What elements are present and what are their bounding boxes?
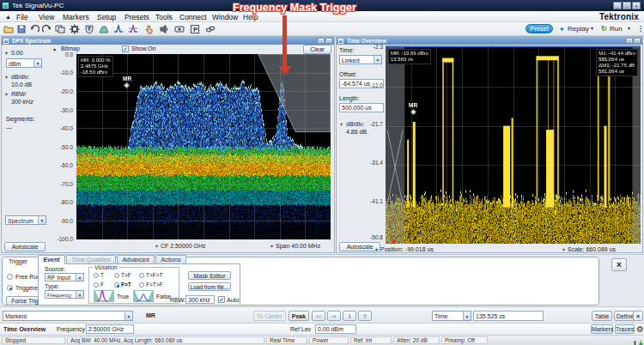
display-capture-icon[interactable] bbox=[173, 23, 185, 35]
undo-icon[interactable] bbox=[28, 23, 40, 35]
rbw-auto-checkbox[interactable]: ✓ bbox=[218, 296, 225, 303]
to-center-button[interactable]: To Center bbox=[253, 311, 286, 321]
save-icon[interactable] bbox=[15, 23, 27, 35]
minimize-button[interactable]: _ bbox=[613, 2, 622, 9]
violation-ftf-radio[interactable] bbox=[139, 282, 144, 288]
time-length-field[interactable]: 500.000 us bbox=[339, 103, 384, 112]
violation-f-radio[interactable] bbox=[94, 282, 99, 288]
violation-f-label[interactable]: F bbox=[100, 281, 104, 288]
dpx-autoscale-button[interactable]: Autoscale bbox=[4, 242, 46, 251]
waveform-icon[interactable] bbox=[112, 23, 125, 35]
dpx-show-state[interactable]: On bbox=[148, 45, 155, 51]
marker-time-field[interactable]: 135.525 zs bbox=[473, 311, 544, 321]
time-maximize-button[interactable]: □ bbox=[634, 38, 641, 44]
dpx-maximize-button[interactable]: □ bbox=[325, 38, 332, 44]
menu-view[interactable]: View bbox=[36, 12, 57, 22]
menu-connect[interactable]: Connect bbox=[177, 12, 210, 22]
time-restore-button[interactable]: □ bbox=[626, 38, 633, 44]
maximize-button[interactable]: □ bbox=[623, 2, 631, 9]
menu-tools[interactable]: Tools bbox=[153, 12, 175, 22]
dpx-chart[interactable]: MR: 0.000 % 2.4875 GHz -18.50 dBm MR bbox=[76, 54, 331, 239]
displays-icon[interactable] bbox=[54, 23, 66, 35]
time-linked-select[interactable]: Linked ▾ bbox=[339, 55, 382, 64]
type-dropdown-icon[interactable]: ▾ bbox=[76, 291, 83, 298]
peak-left-button[interactable]: ⇦ bbox=[312, 311, 325, 321]
peak-higher-button[interactable]: ⇧ bbox=[358, 311, 372, 321]
frequency-field[interactable]: 2.50000 GHz bbox=[86, 324, 134, 334]
peak-button[interactable]: Peak bbox=[289, 311, 309, 321]
touch-icon[interactable] bbox=[143, 23, 155, 35]
mask-editor-button[interactable]: Mask Editor bbox=[188, 271, 231, 280]
link-icon[interactable] bbox=[204, 23, 216, 35]
violation-tft-radio[interactable] bbox=[139, 273, 144, 278]
tab-event[interactable]: Event bbox=[38, 255, 65, 264]
tab-actions[interactable]: Actions bbox=[155, 255, 186, 263]
markers-dropdown-icon[interactable]: ▾ bbox=[125, 312, 132, 320]
source-dropdown-icon[interactable]: ▾ bbox=[76, 274, 83, 281]
marker-table-button[interactable]: Table bbox=[592, 311, 612, 321]
ref-lev-field[interactable]: 0.00 dBm bbox=[315, 324, 356, 334]
redo-icon[interactable] bbox=[41, 23, 53, 35]
free-run-radio[interactable] bbox=[7, 274, 13, 280]
violation-tf-label[interactable]: T>F bbox=[121, 272, 131, 278]
time-dbdiv-value[interactable]: 4.86 dB bbox=[346, 129, 367, 135]
tab-time-qualified[interactable]: Time Qualified bbox=[66, 255, 116, 263]
type-select[interactable]: Frequency Mask ▾ bbox=[45, 290, 84, 299]
settings-gear-icon[interactable] bbox=[69, 23, 81, 35]
menu-presets[interactable]: Presets bbox=[122, 12, 152, 22]
violation-t-radio[interactable] bbox=[94, 273, 99, 278]
violation-tft-label[interactable]: T>F>T bbox=[146, 272, 163, 278]
free-run-label[interactable]: Free Run bbox=[15, 274, 40, 280]
dpx-bitmap-mode[interactable]: Bitmap bbox=[61, 45, 80, 51]
close-button[interactable]: × bbox=[632, 2, 641, 9]
marker-readout-dropdown-icon[interactable]: ▾ bbox=[463, 312, 471, 320]
dpx-unit-select[interactable]: dBm ▾ bbox=[6, 58, 42, 68]
violation-ft-label[interactable]: F>T bbox=[121, 281, 131, 288]
dpx-show-checkbox[interactable]: ✓ bbox=[122, 45, 129, 52]
markers-select[interactable]: Markers ▾ bbox=[3, 311, 133, 321]
dpx-unit-dropdown-icon[interactable]: ▾ bbox=[33, 59, 41, 67]
waveform-overlay-icon[interactable] bbox=[127, 23, 139, 35]
time-linked-dropdown-icon[interactable]: ▾ bbox=[374, 56, 381, 64]
dpx-rbw-value[interactable]: 300 kHz bbox=[11, 99, 33, 105]
speaker-icon[interactable] bbox=[158, 23, 170, 35]
menu-setup[interactable]: Setup bbox=[94, 12, 118, 22]
menu-file[interactable]: File bbox=[14, 12, 31, 22]
peak-right-button[interactable]: ⇨ bbox=[327, 311, 341, 321]
preset-p-icon[interactable]: P bbox=[189, 23, 201, 35]
mask-icon[interactable] bbox=[98, 23, 110, 35]
trigger-shield-icon[interactable] bbox=[83, 23, 95, 35]
time-chart[interactable]: MR: -19.69 dBm 13.563 zs M1: -41.44 dBm … bbox=[386, 45, 641, 244]
tab-advanced[interactable]: Advanced bbox=[117, 255, 155, 263]
marker-readout-mode-select[interactable]: Time ▾ bbox=[432, 311, 471, 321]
menu-markers[interactable]: Markers bbox=[60, 12, 92, 22]
dpx-trace-select[interactable]: Spectrum ▾ bbox=[5, 215, 46, 225]
settings-gear2-icon[interactable]: ⚙ bbox=[636, 324, 644, 334]
markers-close-button[interactable]: × bbox=[633, 311, 643, 321]
trigger-rbw-field[interactable]: 300 kHz bbox=[185, 295, 215, 304]
preset-button[interactable]: Preset bbox=[526, 24, 553, 33]
violation-tf-radio[interactable] bbox=[114, 273, 119, 278]
source-select[interactable]: RF Input ▾ bbox=[45, 273, 84, 281]
app-menu-icon[interactable]: ▲ bbox=[3, 13, 14, 21]
more-menu-icon[interactable]: ⋮ bbox=[637, 25, 644, 33]
dpx-clear-button[interactable]: Clear bbox=[303, 45, 331, 54]
open-folder-icon[interactable] bbox=[3, 23, 15, 35]
trigger-panel-close-button[interactable]: × bbox=[611, 258, 627, 271]
run-button[interactable]: Run bbox=[610, 25, 623, 33]
run-dropdown-icon[interactable]: ▾ bbox=[628, 25, 630, 31]
replay-dropdown-icon[interactable]: ▾ bbox=[591, 25, 593, 31]
triggered-radio[interactable] bbox=[7, 285, 13, 291]
dpx-dbdiv-value[interactable]: 10.0 dB bbox=[11, 82, 32, 88]
dpx-trace-dropdown-icon[interactable]: ▾ bbox=[38, 216, 46, 224]
peak-lower-button[interactable]: ⇩ bbox=[343, 311, 356, 321]
dpx-ref-value[interactable]: 0.00 bbox=[11, 50, 23, 56]
replay-button[interactable]: Replay bbox=[568, 25, 589, 33]
violation-ftf-label[interactable]: F>T>F bbox=[146, 281, 163, 288]
violation-t-label[interactable]: T bbox=[100, 272, 104, 278]
markers-panel-button[interactable]: Markers bbox=[591, 324, 613, 334]
traces-panel-button[interactable]: Traces bbox=[615, 324, 635, 334]
violation-ft-radio[interactable] bbox=[114, 282, 119, 288]
dpx-restore-button[interactable]: □ bbox=[318, 38, 325, 44]
load-from-file-button[interactable]: Load from file... bbox=[188, 282, 231, 291]
